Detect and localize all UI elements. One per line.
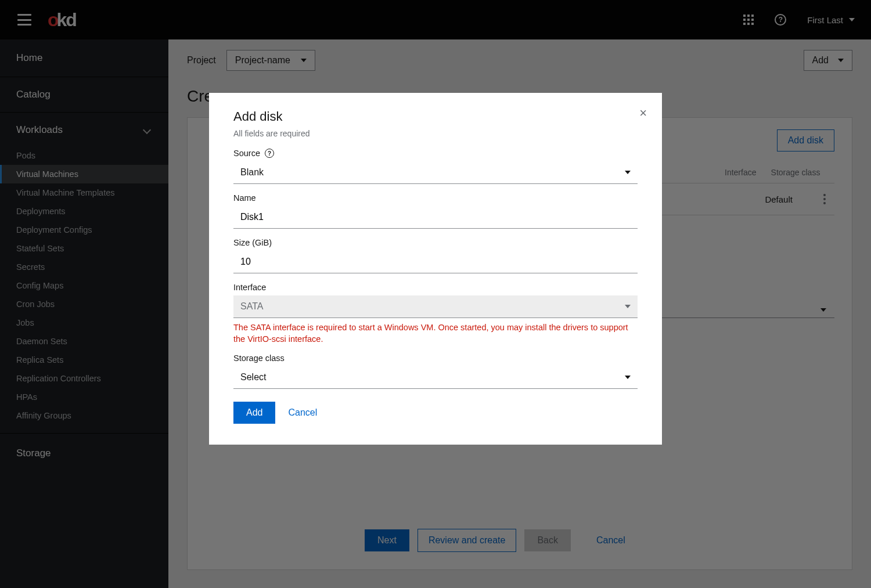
modal-cancel-button[interactable]: Cancel: [288, 407, 317, 418]
size-label: Size (GiB): [233, 238, 638, 247]
modal-actions: Add Cancel: [233, 402, 638, 424]
name-field-wrapper: [233, 206, 638, 229]
source-label-text: Source: [233, 149, 260, 158]
modal-add-button[interactable]: Add: [233, 402, 275, 424]
size-input[interactable]: [240, 257, 631, 267]
size-field-wrapper: [233, 251, 638, 273]
modal-title: Add disk: [233, 109, 638, 124]
caret-down-icon: [625, 305, 631, 308]
modal-subtitle: All fields are required: [233, 129, 638, 138]
name-label: Name: [233, 193, 638, 203]
add-disk-modal: × Add disk All fields are required Sourc…: [209, 93, 662, 445]
source-select[interactable]: Blank: [233, 161, 638, 184]
source-label: Source ?: [233, 149, 638, 158]
source-value: Blank: [240, 167, 264, 178]
storage-class-select[interactable]: Select: [233, 366, 638, 389]
interface-value: SATA: [240, 301, 263, 312]
storage-class-value: Select: [240, 372, 266, 383]
interface-select: SATA: [233, 295, 638, 318]
interface-warning: The SATA interface is required to start …: [233, 322, 638, 345]
caret-down-icon: [625, 376, 631, 379]
help-icon[interactable]: ?: [265, 149, 274, 158]
caret-down-icon: [625, 171, 631, 174]
name-input[interactable]: [240, 212, 631, 222]
close-icon[interactable]: ×: [639, 106, 647, 121]
interface-label: Interface: [233, 283, 638, 292]
storage-class-label: Storage class: [233, 353, 638, 363]
